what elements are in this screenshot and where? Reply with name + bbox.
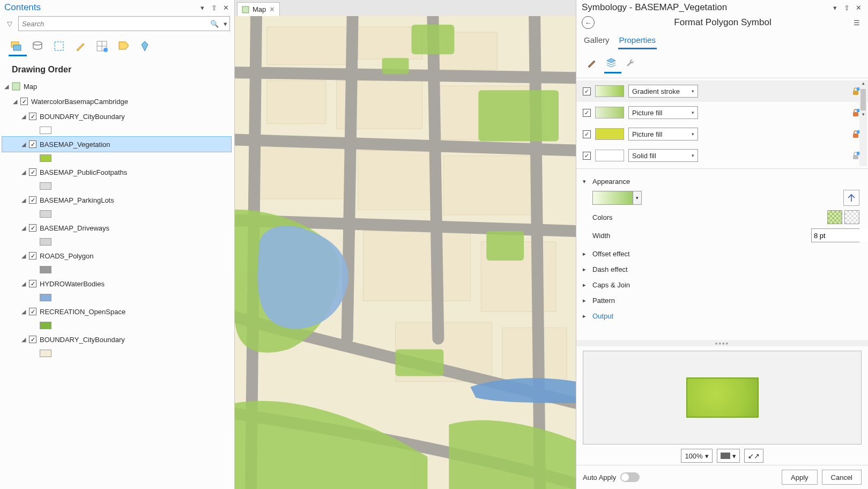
apply-button[interactable]: Apply bbox=[782, 470, 818, 485]
back-button[interactable]: ← bbox=[582, 16, 595, 29]
symbol-layer-row[interactable]: Picture fill▾ bbox=[576, 102, 868, 123]
section-appearance[interactable]: ▾Appearance bbox=[583, 175, 862, 188]
list-by-drawing-order-icon[interactable] bbox=[9, 39, 24, 54]
symbol-layer-type-label: Picture fill bbox=[632, 130, 662, 138]
checkbox[interactable] bbox=[29, 196, 36, 204]
symbol-layer-row[interactable]: Solid fill▾ bbox=[576, 145, 868, 166]
map-view[interactable] bbox=[235, 16, 576, 489]
section-dash[interactable]: ▸Dash effect bbox=[583, 263, 862, 276]
layer-row[interactable]: ◢ HYDROWaterBodies bbox=[2, 276, 231, 291]
pin-icon[interactable]: ⇧ bbox=[210, 3, 218, 12]
list-by-snapping-icon[interactable] bbox=[94, 39, 109, 54]
list-by-data-source-icon[interactable] bbox=[30, 39, 45, 54]
checkbox[interactable] bbox=[20, 98, 28, 105]
triangle-down-icon[interactable]: ◢ bbox=[20, 141, 27, 148]
scroll-up-icon[interactable]: ▴ bbox=[859, 80, 867, 88]
symbol-layer-row[interactable]: Gradient stroke▾ bbox=[576, 80, 868, 102]
triangle-down-icon[interactable]: ◢ bbox=[20, 197, 27, 204]
checkbox[interactable] bbox=[583, 109, 591, 117]
scale-toggle-icon[interactable]: ↙↗ bbox=[744, 449, 763, 463]
close-icon[interactable]: ✕ bbox=[269, 5, 275, 13]
triangle-down-icon[interactable]: ◢ bbox=[20, 336, 27, 343]
scroll-down-icon[interactable]: ▾ bbox=[859, 112, 867, 119]
tab-properties[interactable]: Properties bbox=[618, 33, 657, 49]
triangle-down-icon[interactable]: ◢ bbox=[20, 225, 27, 232]
checkbox[interactable] bbox=[29, 336, 36, 343]
preview-resizer[interactable]: ▪▪▪▪ bbox=[576, 340, 868, 346]
triangle-down-icon[interactable]: ◢ bbox=[3, 83, 10, 90]
contents-toolbar bbox=[0, 34, 234, 55]
brush-icon[interactable] bbox=[585, 56, 599, 70]
zoom-dropdown[interactable]: 100%▾ bbox=[681, 449, 712, 463]
list-by-editing-icon[interactable] bbox=[73, 39, 88, 54]
tree-group[interactable]: ◢ WatercolorBasemapCambridge bbox=[2, 94, 231, 109]
flip-icon[interactable] bbox=[843, 190, 859, 206]
close-icon[interactable]: ✕ bbox=[854, 3, 863, 12]
scroll-thumb[interactable] bbox=[860, 89, 866, 110]
symbol-layer-type-dropdown[interactable]: Picture fill▾ bbox=[628, 128, 698, 140]
triangle-down-icon[interactable]: ◢ bbox=[20, 169, 27, 176]
section-offset[interactable]: ▸Offset effect bbox=[583, 248, 862, 260]
width-input[interactable] bbox=[812, 229, 868, 242]
gradient-color-picker[interactable]: ▾ bbox=[592, 191, 642, 205]
tab-gallery[interactable]: Gallery bbox=[583, 33, 611, 49]
layer-row[interactable]: ◢ ROADS_Polygon bbox=[2, 248, 231, 263]
layer-row[interactable]: ◢ BASEMAP_PublicFootpaths bbox=[2, 165, 231, 180]
checkbox[interactable] bbox=[583, 130, 591, 138]
layers-scrollbar[interactable]: ▴ ▾ bbox=[859, 80, 867, 166]
layer-row[interactable]: ◢ BOUNDARY_CityBoundary bbox=[2, 109, 231, 124]
close-icon[interactable]: ✕ bbox=[221, 3, 230, 12]
chevron-down-icon: ▾ bbox=[732, 452, 736, 460]
pin-icon[interactable]: ⇧ bbox=[842, 3, 851, 12]
triangle-down-icon[interactable]: ◢ bbox=[20, 253, 27, 260]
section-caps[interactable]: ▸Caps & Join bbox=[583, 279, 862, 291]
triangle-down-icon[interactable]: ◢ bbox=[20, 308, 27, 315]
checkbox[interactable] bbox=[29, 113, 36, 120]
layer-row[interactable]: ◢ BASEMAP_Driveways bbox=[2, 220, 231, 235]
list-by-perception-icon[interactable] bbox=[137, 39, 152, 54]
checkbox[interactable] bbox=[29, 280, 36, 287]
group-label: WatercolorBasemapCambridge bbox=[30, 98, 128, 106]
tree-map-root[interactable]: ◢ Map bbox=[2, 79, 231, 94]
checkbox[interactable] bbox=[29, 140, 36, 148]
color-swatch-2[interactable] bbox=[844, 210, 859, 224]
symbol-layer-type-dropdown[interactable]: Gradient stroke▾ bbox=[628, 85, 698, 98]
list-by-selection-icon[interactable] bbox=[51, 39, 66, 54]
color-swatch-1[interactable] bbox=[827, 210, 842, 224]
layer-row[interactable]: ◢ RECREATION_OpenSpace bbox=[2, 304, 231, 319]
list-by-labeling-icon[interactable] bbox=[116, 39, 131, 54]
checkbox[interactable] bbox=[583, 87, 591, 95]
width-spinner[interactable]: ▴▾ bbox=[811, 228, 859, 242]
search-icon[interactable]: 🔍 bbox=[208, 20, 221, 28]
layer-row[interactable]: ◢ BOUNDARY_CityBoundary bbox=[2, 332, 231, 347]
symbol-layer-row[interactable]: Picture fill▾ bbox=[576, 123, 868, 145]
checkbox[interactable] bbox=[29, 168, 36, 176]
filter-icon[interactable]: ▽ bbox=[4, 20, 15, 28]
checkbox[interactable] bbox=[29, 252, 36, 260]
map-tab[interactable]: Map ✕ bbox=[237, 2, 280, 16]
background-dropdown[interactable]: ▾ bbox=[717, 449, 740, 463]
chevron-down-icon[interactable]: ▾ bbox=[830, 3, 839, 12]
triangle-down-icon[interactable]: ◢ bbox=[20, 280, 27, 287]
section-pattern[interactable]: ▸Pattern bbox=[583, 294, 862, 307]
symbol-layer-type-dropdown[interactable]: Picture fill▾ bbox=[628, 106, 698, 119]
auto-apply-toggle[interactable] bbox=[620, 472, 640, 482]
layer-label: BASEMAP_Driveways bbox=[39, 224, 109, 232]
search-dropdown-icon[interactable]: ▾ bbox=[221, 20, 229, 28]
menu-icon[interactable]: ☰ bbox=[851, 19, 863, 27]
layer-row[interactable]: ◢ BASEMAP_Vegetation bbox=[2, 137, 231, 152]
triangle-down-icon[interactable]: ◢ bbox=[20, 113, 27, 120]
checkbox[interactable] bbox=[583, 152, 591, 160]
search-input[interactable] bbox=[19, 20, 208, 28]
section-output[interactable]: ▸Output bbox=[583, 310, 862, 322]
chevron-down-icon: ▾ bbox=[705, 452, 709, 460]
triangle-down-icon[interactable]: ◢ bbox=[12, 98, 18, 105]
checkbox[interactable] bbox=[29, 224, 36, 232]
layer-row[interactable]: ◢ BASEMAP_ParkingLots bbox=[2, 192, 231, 208]
chevron-down-icon[interactable]: ▾ bbox=[198, 3, 206, 12]
symbol-layer-type-dropdown[interactable]: Solid fill▾ bbox=[628, 149, 698, 162]
layers-icon[interactable] bbox=[604, 56, 618, 70]
cancel-button[interactable]: Cancel bbox=[822, 470, 862, 485]
checkbox[interactable] bbox=[29, 308, 36, 315]
wrench-icon[interactable] bbox=[624, 56, 637, 70]
